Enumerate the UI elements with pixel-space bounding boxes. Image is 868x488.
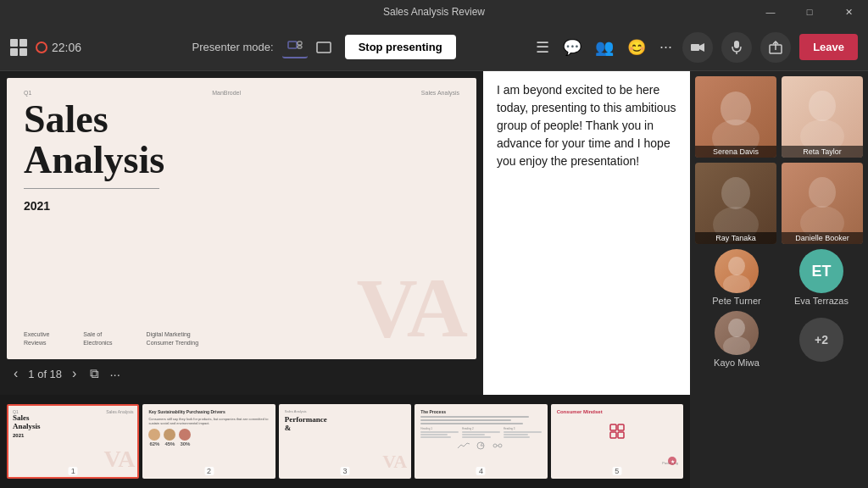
presenter-mode-label: Presenter mode: [192, 41, 274, 53]
header: 22:06 Presenter mode: Stop presenting ☰ … [0, 24, 868, 71]
thumbnail-4[interactable]: The Process Heading 1 [415, 404, 547, 479]
maximize-button[interactable]: □ [790, 0, 829, 24]
participant-kayo-name: Kayo Miwa [714, 358, 760, 368]
participant-kayo-avatar [715, 311, 759, 355]
svg-rect-4 [691, 44, 699, 51]
thumbnail-1[interactable]: Q1Sales Analysis SalesAnalysis 2021 VA 1 [7, 404, 139, 479]
thumb-3-tag: Sales Analysis [285, 409, 405, 413]
participants-row-4: Kayo Miwa +2 [695, 311, 863, 368]
grid-icon[interactable] [10, 39, 27, 56]
next-slide-button[interactable]: › [69, 363, 80, 385]
svg-text:★: ★ [670, 459, 675, 464]
svg-marker-5 [699, 43, 704, 52]
thumb-4-title: The Process [420, 409, 541, 414]
people-icon[interactable]: 👥 [595, 38, 614, 57]
svg-rect-1 [298, 42, 302, 45]
svg-rect-18 [610, 432, 616, 438]
thumb-2-stat-3: 30% [179, 429, 191, 446]
thumb-3-watermark: VA [382, 451, 407, 473]
thumb-2-title: Key Sustainability Purchasing Drivers [148, 409, 269, 414]
participant-danielle-booker: Danielle Booker [782, 163, 863, 244]
mic-button[interactable] [721, 32, 752, 63]
thumb-1-title: SalesAnalysis [13, 414, 133, 431]
thumb-2-stat-2: 45% [164, 429, 175, 446]
thumbnail-5[interactable]: Consumer Mindset Packaging [551, 404, 683, 479]
thumb-1-number: 1 [69, 467, 78, 475]
thumb-4-col-1: Heading 1 [420, 427, 459, 438]
thumb-4-number: 4 [476, 467, 486, 475]
slide-divider [24, 188, 159, 189]
camera-button[interactable] [682, 32, 713, 63]
menu-icon[interactable]: ☰ [536, 38, 549, 57]
participant-reta-taylor: Reta Taylor [782, 76, 863, 158]
svg-point-26 [721, 177, 750, 209]
copy-slide-icon[interactable]: ⧉ [90, 366, 99, 381]
more-icon[interactable]: ··· [659, 38, 672, 56]
prev-slide-button[interactable]: ‹ [10, 363, 21, 385]
recording-dot [36, 42, 47, 53]
svg-point-14 [498, 444, 502, 447]
chat-icon[interactable]: 💬 [563, 38, 581, 57]
participant-eva-terrazas-cell: ET Eva Terrazas [783, 249, 860, 306]
thumbnail-2[interactable]: Key Sustainability Purchasing Drivers Co… [142, 404, 275, 479]
svg-rect-6 [734, 41, 739, 48]
svg-rect-17 [618, 424, 624, 430]
participants-row-3: Pete Turner ET Eva Terrazas [695, 249, 863, 306]
thumbnail-3[interactable]: Sales Analysis Performance& VA 3 [279, 404, 411, 479]
svg-point-13 [493, 444, 497, 447]
slide-title: Sales Analysis [24, 99, 459, 181]
minimize-button[interactable]: — [751, 0, 790, 24]
participant-name-danielle: Danielle Booker [782, 232, 863, 244]
slide-counter: 1 of 18 [28, 368, 62, 380]
more-slide-options[interactable]: ··· [109, 367, 120, 381]
share-button[interactable] [760, 32, 791, 63]
participant-eva-name: Eva Terrazas [794, 296, 849, 306]
thumb-4-cols: Heading 1 Heading 2 [420, 427, 541, 438]
svg-rect-0 [288, 42, 297, 48]
window-title: Sales Analysis Review [383, 6, 485, 18]
slide-controls: ‹ 1 of 18 › ⧉ ··· [7, 359, 476, 388]
participants-row-1: Serena Davis Reta Taylor [695, 76, 863, 158]
plus-more-button[interactable]: +2 [799, 318, 843, 362]
participant-kayo-miwa-cell: Kayo Miwa [698, 311, 775, 368]
thumb-4-chart-icons [420, 441, 541, 450]
header-right: Leave [682, 32, 858, 63]
leave-button[interactable]: Leave [799, 34, 858, 60]
svg-point-33 [723, 336, 750, 355]
presenter-view-btn[interactable] [282, 36, 308, 58]
meeting-timer: 22:06 [36, 41, 81, 54]
presenter-mode-icons [282, 36, 337, 58]
participant-eva-avatar: ET [799, 249, 843, 293]
close-button[interactable]: ✕ [829, 0, 868, 24]
participant-serena-davis: Serena Davis [695, 76, 776, 158]
thumb-5-number: 5 [612, 467, 621, 475]
main-content: Q1 ManBrodel Sales Analysis Sales Analys… [0, 71, 868, 488]
participant-ray-tanaka: Ray Tanaka [695, 163, 776, 244]
left-panel: Q1 ManBrodel Sales Analysis Sales Analys… [0, 71, 690, 488]
participant-pete-turner-cell: Pete Turner [698, 249, 775, 306]
svg-point-30 [728, 257, 745, 275]
participant-eva-initials: ET [811, 263, 831, 280]
svg-point-32 [728, 319, 745, 337]
thumb-5-title: Consumer Mindset [557, 409, 677, 414]
stop-presenting-button[interactable]: Stop presenting [345, 35, 456, 59]
participant-name-reta: Reta Taylor [782, 146, 863, 158]
participants-panel: Serena Davis Reta Taylor [690, 71, 868, 488]
footer-item-2: Sale of Electronics [83, 330, 112, 347]
thumb-2-subtitle: Consumers still say they look for produc… [148, 417, 269, 425]
thumb-1-watermark: VA [104, 446, 136, 473]
participant-pete-name: Pete Turner [712, 296, 760, 306]
participants-row-2: Ray Tanaka Danielle Booker [695, 163, 863, 244]
thumb-4-lines [420, 416, 541, 424]
thumb-2-stats: 62% 45% 30% [148, 429, 269, 446]
thumb-3-title: Performance& [285, 416, 405, 433]
participant-name-serena: Serena Davis [695, 146, 776, 158]
thumb-5-icons [557, 423, 677, 440]
slide-main: Q1 ManBrodel Sales Analysis Sales Analys… [7, 78, 476, 359]
emoji-icon[interactable]: 😊 [627, 38, 646, 57]
notes-text: I am beyond excited to be here today, pr… [497, 81, 676, 170]
participant-name-ray: Ray Tanaka [695, 232, 776, 244]
participant-plus-more-cell: +2 [783, 318, 860, 362]
thumb-2-stat-1: 62% [148, 429, 160, 446]
slide-view-btn[interactable] [311, 36, 337, 58]
